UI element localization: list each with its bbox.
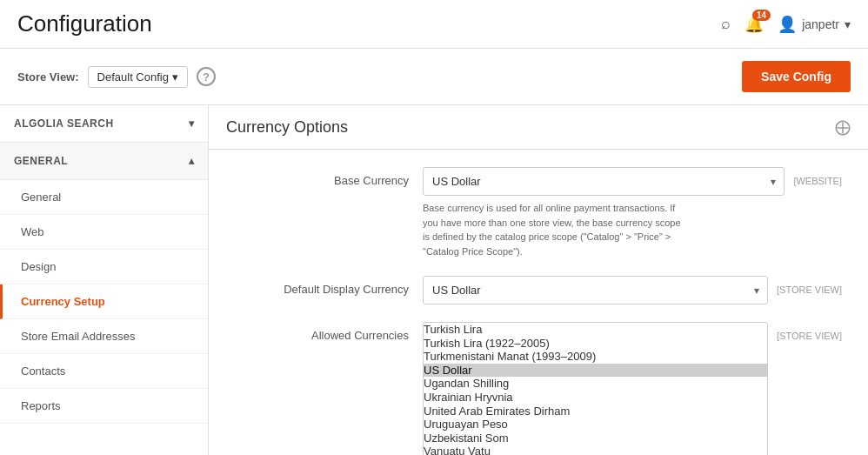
main-container: ALGOLIA SEARCH GENERAL General Web Desig… [0,105,868,455]
option-ugandan-shilling: Ugandan Shilling [424,377,767,391]
form-content: Base Currency US Dollar Euro British Pou… [209,150,868,455]
store-view-current: Default Config [97,70,169,84]
sidebar-item-store-email[interactable]: Store Email Addresses [0,319,208,354]
section-title: Currency Options [226,118,348,137]
sidebar-item-currency-setup[interactable]: Currency Setup [0,284,208,319]
base-currency-help: Base currency is used for all online pay… [423,201,684,258]
store-view-left: Store View: Default Config ? [17,66,216,88]
allowed-currencies-field-wrap: Turkish Lira Turkish Lira (1922–2005) Tu… [423,322,842,455]
general-section-label: GENERAL [14,155,68,167]
sidebar-section-algolia[interactable]: ALGOLIA SEARCH [0,105,208,143]
general-chevron [189,155,195,167]
option-us-dollar: US Dollar [424,364,767,378]
algolia-section-label: ALGOLIA SEARCH [14,117,114,130]
allowed-currencies-label: Allowed Currencies [235,322,409,342]
base-currency-row: Base Currency US Dollar Euro British Pou… [235,167,842,258]
option-turkmenistani-manat: Turkmenistani Manat (1993–2009) [424,350,767,364]
collapse-section-button[interactable]: ⨁ [835,117,851,137]
option-turkish-lira: Turkish Lira [424,323,767,337]
store-view-chevron [172,70,178,84]
user-menu-chevron [845,17,851,31]
option-uae-dirham: United Arab Emirates Dirham [424,405,767,418]
page-header: Configuration ⌕ 🔔 14 👤 janpetr [0,0,868,49]
algolia-chevron [189,117,195,130]
store-view-select[interactable]: Default Config [88,66,188,88]
store-view-bar: Store View: Default Config ? Save Config [0,49,868,105]
display-currency-select-wrap: US Dollar Euro British Pound Japanese Ye… [423,276,768,304]
allowed-currencies-multiselect[interactable]: Turkish Lira Turkish Lira (1922–2005) Tu… [423,322,768,455]
allowed-currencies-row: Allowed Currencies Turkish Lira Turkish … [235,322,842,455]
notification-bell[interactable]: 🔔 14 [744,15,764,34]
user-menu[interactable]: 👤 janpetr [778,15,851,34]
search-button[interactable]: ⌕ [721,15,731,33]
display-currency-field-scope: US Dollar Euro British Pound Japanese Ye… [423,276,842,304]
sidebar-item-web[interactable]: Web [0,215,208,250]
sidebar-item-general[interactable]: General [0,180,208,215]
store-view-label: Store View: [17,70,79,84]
display-currency-select[interactable]: US Dollar Euro British Pound Japanese Ye… [423,276,768,304]
base-currency-label: Base Currency [235,167,409,187]
allowed-currencies-field-scope: Turkish Lira Turkish Lira (1922–2005) Tu… [423,322,842,455]
allowed-currencies-multiselect-wrap: Turkish Lira Turkish Lira (1922–2005) Tu… [423,322,768,455]
display-currency-field-wrap: US Dollar Euro British Pound Japanese Ye… [423,276,842,304]
display-currency-row: Default Display Currency US Dollar Euro … [235,276,842,304]
header-actions: ⌕ 🔔 14 👤 janpetr [721,15,851,34]
allowed-currencies-scope: [STORE VIEW] [777,322,842,341]
username-label: janpetr [802,17,839,31]
content-area: Currency Options ⨁ Base Currency US Doll… [209,105,868,455]
option-uruguayan-peso: Uruguayan Peso [424,418,767,432]
display-currency-scope: [STORE VIEW] [777,276,842,295]
sidebar: ALGOLIA SEARCH GENERAL General Web Desig… [0,105,209,455]
base-currency-select[interactable]: US Dollar Euro British Pound Japanese Ye… [423,167,785,196]
sidebar-item-design[interactable]: Design [0,250,208,284]
search-icon: ⌕ [721,15,731,32]
user-icon: 👤 [778,15,797,34]
option-vanuatu-vatu: Vanuatu Vatu [424,445,767,455]
option-ukrainian-hryvnia: Ukrainian Hryvnia [424,391,767,405]
base-currency-field-wrap: US Dollar Euro British Pound Japanese Ye… [423,167,842,258]
base-currency-select-wrap: US Dollar Euro British Pound Japanese Ye… [423,167,785,196]
notification-badge: 14 [752,10,771,21]
section-header: Currency Options ⨁ [209,105,868,150]
sidebar-item-reports[interactable]: Reports [0,389,208,424]
option-uzbekistani-som: Uzbekistani Som [424,432,767,445]
option-turkish-lira-old: Turkish Lira (1922–2005) [424,337,767,351]
display-currency-label: Default Display Currency [235,276,409,296]
base-currency-scope: [WEBSITE] [793,167,842,186]
page-title: Configuration [17,10,152,37]
sidebar-item-contacts[interactable]: Contacts [0,354,208,389]
save-config-button[interactable]: Save Config [742,61,851,92]
help-icon[interactable]: ? [197,67,216,86]
collapse-icon: ⨁ [835,118,851,136]
sidebar-section-general[interactable]: GENERAL [0,143,208,180]
base-currency-field-scope: US Dollar Euro British Pound Japanese Ye… [423,167,842,196]
